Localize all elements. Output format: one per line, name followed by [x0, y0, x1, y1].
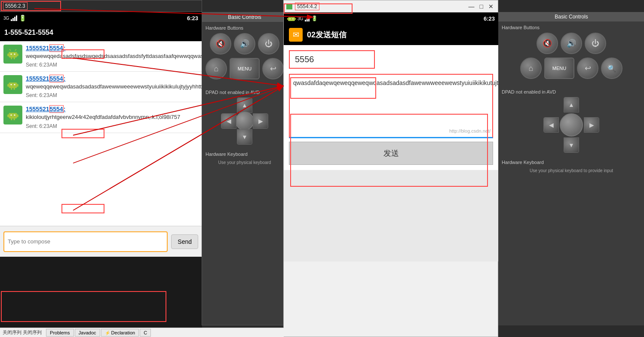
sender-highlighted-1: 5554: [49, 44, 64, 52]
volume-up-button[interactable]: 🔊: [234, 33, 255, 55]
power-icon: ⏻: [265, 39, 273, 49]
statusbar-left-icons: 3G 🔋: [3, 15, 26, 21]
maximize-button[interactable]: □: [478, 3, 485, 10]
dpad-left-button[interactable]: ◀: [221, 113, 236, 129]
r-volume-down-button[interactable]: 🔇: [537, 33, 558, 54]
r-dpad-up-button[interactable]: ▲: [564, 97, 579, 112]
r-dpad-right-button[interactable]: ▶: [584, 117, 599, 133]
svg-point-16: [14, 84, 15, 85]
svg-rect-17: [9, 113, 17, 119]
sms-item-3: 15555215554: kikioloutjyrhtgeerw244r42eq…: [0, 102, 202, 133]
mid-time: 6:23: [484, 15, 495, 22]
svg-point-28: [292, 18, 293, 19]
left-controls-panel: Basic Controls Hardware Buttons 🔇 🔊 ⏻ ⌂ …: [202, 12, 288, 325]
declaration-tab[interactable]: ⚡ Declaration: [101, 329, 139, 337]
problems-tab[interactable]: Problems: [46, 329, 74, 337]
send-button[interactable]: Send: [171, 234, 198, 249]
svg-point-23: [14, 115, 15, 116]
eclipse-bottom-left: 关闭序列 关闭序列: [3, 329, 42, 336]
svg-point-6: [14, 53, 15, 55]
middle-emulator-title: 5554:4.2: [295, 3, 319, 10]
left-android-screen: 3G 🔋 6:23 1-555-521-5554: [0, 12, 202, 257]
svg-point-22: [10, 115, 12, 116]
sms-sender-1: 15555215554:: [26, 45, 202, 52]
r-volume-down-icon: 🔇: [543, 39, 552, 48]
svg-point-27: [289, 18, 290, 19]
other-tab[interactable]: C: [140, 329, 151, 337]
r-dpad-down-button[interactable]: ▼: [564, 137, 579, 153]
close-button[interactable]: ✕: [487, 3, 495, 10]
right-controls-panel: Basic Controls Hardware Buttons 🔇 🔊 ⏻ ⌂ …: [498, 12, 644, 325]
left-keyboard-section: Hardware Keyboard Use your physical keyb…: [202, 148, 287, 168]
left-dpad: ▲ ▼ ◀ ▶: [221, 97, 268, 145]
battery-icon: 🔋: [19, 15, 26, 21]
r-power-icon: ⏻: [592, 39, 599, 48]
mid-signal-bars: [305, 15, 310, 21]
watermark: http://blog.csdn.net/: [449, 128, 491, 135]
svg-rect-2: [17, 53, 18, 56]
right-dpad: ▲ ▼ ◀ ▶: [543, 97, 599, 153]
sms-content-2: 15555215554: wqeweqqeweqwdasadsadasdfawe…: [26, 75, 202, 98]
compose-input[interactable]: [3, 231, 168, 252]
javadoc-tab[interactable]: Javadoc: [75, 329, 100, 337]
r-search-button[interactable]: 🔍: [601, 58, 623, 79]
svg-rect-19: [17, 115, 18, 117]
volume-down-icon: 🔇: [216, 39, 225, 49]
sms-phone-number: 1-555-521-5554: [4, 29, 53, 36]
middle-content-area: 5556 qwasdafdaqewqeweqqeweqwdasadsadasdf…: [284, 45, 498, 170]
menu-button[interactable]: MENU: [230, 58, 260, 79]
svg-rect-21: [14, 118, 15, 121]
sms-time-3: Sent: 6:23AM: [26, 123, 198, 129]
svg-rect-20: [11, 118, 12, 121]
sms-item-1: 15555215554: weqwewqqedasadsfasdswqedsds…: [0, 41, 202, 72]
r-volume-up-button[interactable]: 🔊: [561, 33, 582, 54]
sms-body-2: wqeweqqeweqwdasadsadasdfawewwweeewewstyu…: [26, 83, 202, 91]
volume-down-button[interactable]: 🔇: [210, 33, 231, 55]
dpad-down-button[interactable]: ▼: [237, 129, 252, 145]
message-content-display[interactable]: qwasdafdaqewqeweqqeweqwdasadsadasdfaweww…: [289, 74, 493, 138]
r-home-button[interactable]: ⌂: [520, 58, 542, 79]
r-menu-button[interactable]: MENU: [544, 58, 574, 79]
middle-statusbar: 3G 🔋 6:23: [284, 12, 498, 24]
r-dpad-center-button[interactable]: [560, 113, 583, 137]
dpad-up-button[interactable]: ▲: [237, 97, 252, 113]
left-dpad-section: DPAD not enabled in AVD ▲ ▼ ◀ ▶: [202, 86, 287, 148]
back-button[interactable]: ↩: [262, 58, 284, 79]
middle-emulator: 5554:4.2 — □ ✕ 3G: [283, 0, 498, 337]
middle-emulator-titlebar: 5554:4.2 — □ ✕: [284, 0, 498, 12]
svg-point-15: [10, 84, 12, 85]
sender-prefix-1: 1555521: [26, 45, 49, 52]
home-button[interactable]: ⌂: [205, 58, 227, 79]
mid-statusbar-left: 3G 🔋: [287, 15, 318, 21]
right-keyboard-section: Hardware Keyboard Use your physical keyb…: [498, 156, 644, 176]
middle-title-group: 5554:4.2: [286, 3, 319, 10]
left-emulator: 5556:2.3 3G 🔋 6:23 1-555-521-5554: [0, 0, 202, 337]
sms-sender-2: 15555215554:: [26, 75, 202, 82]
phone-input-display[interactable]: 5556: [289, 50, 375, 69]
left-hw-buttons-row: 🔇 🔊 ⏻: [205, 33, 284, 55]
android-robot-icon-2: [6, 78, 20, 91]
send-button-mid[interactable]: 发送: [289, 142, 493, 165]
sms-content-3: 15555215554: kikioloutjyrhtgeerw244r42eq…: [26, 106, 198, 129]
network-icon: 3G: [3, 16, 9, 21]
r-back-button[interactable]: ↩: [577, 58, 598, 79]
r-power-button[interactable]: ⏻: [585, 33, 606, 54]
dpad-center-button[interactable]: [235, 112, 254, 131]
sms-sender-3: 15555215554:: [26, 106, 198, 112]
power-button[interactable]: ⏻: [258, 33, 279, 55]
left-status-time: 6:23: [187, 15, 198, 21]
minimize-button[interactable]: —: [467, 3, 476, 10]
dpad-right-button[interactable]: ▶: [253, 113, 268, 129]
sms-body-3: kikioloutjyrhtgeerw244r42eqfdfadafdafvbv…: [26, 113, 198, 121]
right-controls-title: Basic Controls: [498, 12, 644, 21]
sms-header: 1-555-521-5554: [0, 24, 202, 41]
avatar-2: [3, 75, 22, 94]
left-emulator-title: 5556:2.3: [3, 2, 28, 10]
r-dpad-left-button[interactable]: ◀: [543, 117, 559, 133]
compose-area: Send: [0, 226, 202, 257]
middle-window-controls: — □ ✕: [467, 3, 495, 10]
sms-body-1: weqwewqqedasadsfasdswqedsdsaasadsfasdsfy…: [26, 52, 202, 60]
svg-rect-26: [294, 18, 296, 20]
left-controls-title: Basic Controls: [202, 12, 287, 22]
android-robot-icon-3: [6, 108, 20, 122]
